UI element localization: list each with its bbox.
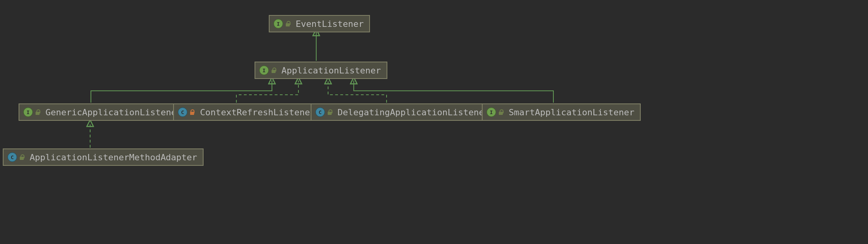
unlock-icon	[19, 154, 25, 160]
node-label: DelegatingApplicationListener	[338, 107, 489, 117]
class-icon: C	[8, 152, 17, 162]
class-icon: C	[315, 107, 325, 117]
edge-contextrefresh-applicationlistener	[236, 81, 298, 103]
unlock-icon	[271, 68, 277, 73]
unlock-icon	[35, 109, 41, 115]
edge-generic-applicationlistener	[91, 81, 272, 103]
node-label: ContextRefreshListener	[200, 107, 315, 117]
edge-delegating-applicationlistener	[328, 81, 387, 103]
interface-icon: I	[487, 107, 496, 117]
node-label: ApplicationListenerMethodAdapter	[30, 152, 197, 162]
node-smartapplicationlistener[interactable]: I SmartApplicationListener	[482, 103, 641, 121]
node-delegatingapplicationlistener[interactable]: C DelegatingApplicationListener	[311, 103, 496, 121]
edge-layer	[0, 0, 868, 244]
node-label: ApplicationListener	[281, 66, 381, 75]
node-eventlistener[interactable]: I EventListener	[269, 15, 370, 32]
class-icon: C	[178, 107, 187, 117]
node-applicationlistenermethodadapter[interactable]: C ApplicationListenerMethodAdapter	[3, 148, 204, 166]
interface-icon: I	[23, 107, 33, 117]
node-label: SmartApplicationListener	[509, 107, 634, 117]
node-label: EventListener	[296, 19, 364, 29]
lock-icon	[190, 109, 195, 115]
unlock-icon	[498, 109, 504, 115]
edge-smart-applicationlistener	[354, 81, 553, 103]
interface-icon: I	[274, 19, 283, 28]
node-genericapplicationlistener[interactable]: I GenericApplicationListener	[19, 103, 188, 121]
node-applicationlistener[interactable]: I ApplicationListener	[255, 62, 387, 79]
unlock-icon	[285, 21, 291, 26]
node-contextrefreshlistener[interactable]: C ContextRefreshListener	[173, 103, 321, 121]
interface-icon: I	[259, 66, 269, 75]
node-label: GenericApplicationListener	[45, 107, 181, 117]
unlock-icon	[327, 109, 333, 115]
